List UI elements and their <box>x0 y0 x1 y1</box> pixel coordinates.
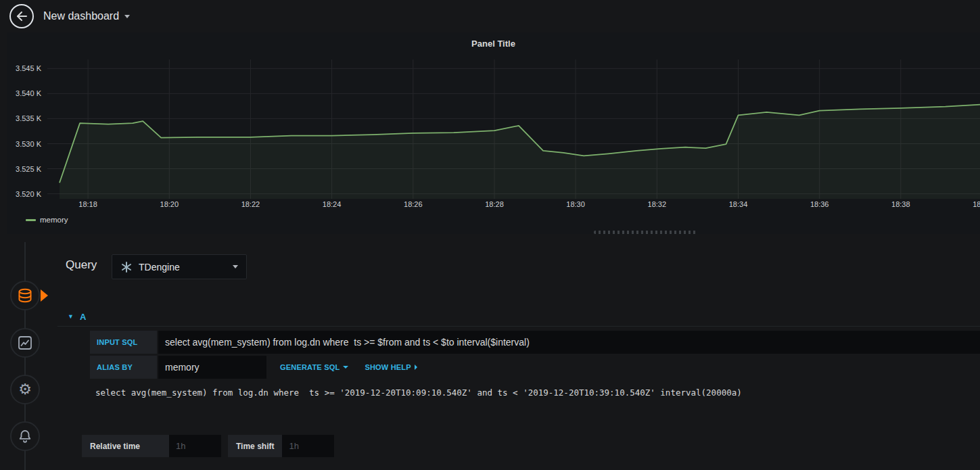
time-options-row: Relative time Time shift <box>82 435 334 457</box>
time-shift-field[interactable] <box>282 435 334 457</box>
chevron-down-icon <box>233 265 238 268</box>
query-row-header[interactable]: ▼ A <box>57 307 980 327</box>
panel-resize-handle[interactable] <box>594 231 697 234</box>
gear-icon: ⚙ <box>18 382 32 397</box>
svg-text:18:20: 18:20 <box>160 200 179 208</box>
tab-alert[interactable] <box>10 421 40 451</box>
top-navbar: New dashboard <box>0 0 980 32</box>
svg-text:18:22: 18:22 <box>241 200 260 208</box>
input-sql-row: INPUT SQL <box>90 331 980 354</box>
tab-visualization[interactable] <box>10 328 40 358</box>
dashboard-title: New dashboard <box>43 10 119 22</box>
generated-sql-preview: select avg(mem_system) from log.dn where… <box>95 387 742 398</box>
back-button[interactable] <box>9 4 34 28</box>
query-section-title: Query <box>66 258 97 272</box>
show-help-button[interactable]: SHOW HELP <box>356 356 425 379</box>
datasource-name: TDengine <box>139 262 227 273</box>
svg-text:3.535 K: 3.535 K <box>16 114 42 122</box>
svg-text:3.525 K: 3.525 K <box>16 165 42 173</box>
legend-series-label: memory <box>40 216 68 224</box>
show-help-label: SHOW HELP <box>365 363 411 371</box>
active-tab-arrow-icon <box>41 289 48 302</box>
svg-text:18:26: 18:26 <box>404 200 423 208</box>
collapse-caret-icon: ▼ <box>68 313 74 320</box>
input-sql-field[interactable] <box>158 331 980 354</box>
generate-sql-label: GENERATE SQL <box>280 363 340 371</box>
tdengine-logo-icon <box>120 261 133 273</box>
bell-icon <box>17 428 33 444</box>
chevron-right-icon <box>415 365 417 370</box>
input-sql-label: INPUT SQL <box>90 331 157 354</box>
svg-text:18:24: 18:24 <box>323 200 342 208</box>
svg-text:18:40: 18:40 <box>973 200 980 208</box>
relative-time-label: Relative time <box>82 435 169 457</box>
graph-panel: Panel Title 3.520 K3.525 K3.530 K3.535 K… <box>7 32 980 234</box>
time-shift-label: Time shift <box>228 435 282 457</box>
relative-time-field[interactable] <box>169 435 221 457</box>
arrow-left-icon <box>14 9 29 24</box>
svg-text:3.540 K: 3.540 K <box>16 89 42 97</box>
query-ref-id: A <box>80 312 86 322</box>
alias-by-field[interactable] <box>158 356 266 379</box>
svg-text:3.530 K: 3.530 K <box>16 140 42 148</box>
svg-text:18:18: 18:18 <box>78 200 97 208</box>
svg-text:18:28: 18:28 <box>485 200 504 208</box>
tab-queries[interactable] <box>10 281 40 310</box>
dashboard-title-dropdown[interactable]: New dashboard <box>43 10 130 22</box>
svg-text:18:38: 18:38 <box>891 200 910 208</box>
chevron-down-icon <box>343 366 348 369</box>
database-icon <box>17 287 33 304</box>
datasource-select[interactable]: TDengine <box>112 254 247 279</box>
generate-sql-button[interactable]: GENERATE SQL <box>272 356 356 379</box>
svg-text:18:32: 18:32 <box>648 200 667 208</box>
timeseries-chart[interactable]: 3.520 K3.525 K3.530 K3.535 K3.540 K3.545… <box>7 32 980 234</box>
legend-item-memory[interactable]: memory <box>26 216 68 224</box>
svg-text:3.545 K: 3.545 K <box>16 64 42 72</box>
chevron-down-icon <box>124 15 130 18</box>
legend-series-color <box>26 219 36 221</box>
tab-general[interactable]: ⚙ <box>10 375 40 404</box>
svg-text:3.520 K: 3.520 K <box>16 190 42 198</box>
chart-icon <box>17 335 33 351</box>
svg-text:18:36: 18:36 <box>810 200 829 208</box>
alias-by-label: ALIAS BY <box>90 356 157 379</box>
alias-by-row: ALIAS BY GENERATE SQL SHOW HELP <box>90 356 425 379</box>
svg-text:18:30: 18:30 <box>566 200 585 208</box>
svg-text:18:34: 18:34 <box>729 200 748 208</box>
